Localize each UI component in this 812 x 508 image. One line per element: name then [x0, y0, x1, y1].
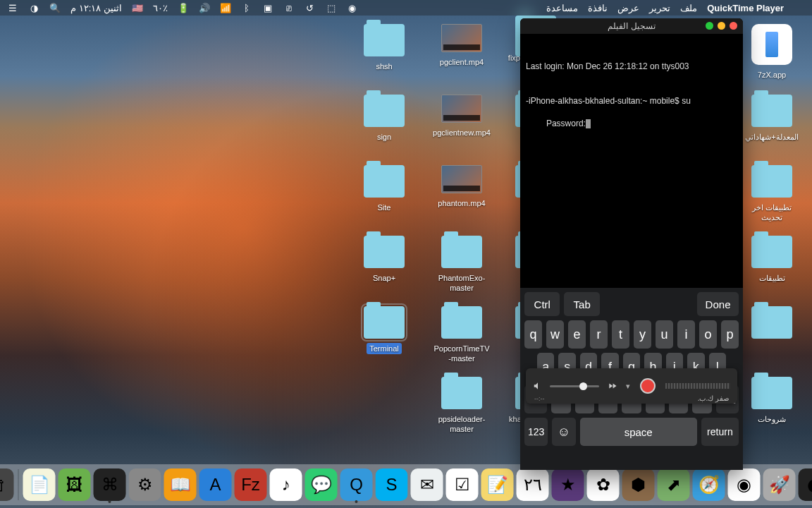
close-button[interactable]	[730, 22, 737, 30]
volume-icon[interactable]: 🔊	[199, 2, 210, 13]
desktop-item[interactable]: شروحات	[740, 377, 804, 425]
key-done[interactable]: Done	[697, 292, 739, 316]
obs-icon[interactable]: ◑	[28, 2, 39, 13]
keyboard-flag[interactable]: 🇺🇸	[132, 3, 143, 13]
key-123[interactable]: 123	[524, 418, 548, 446]
menu-window[interactable]: نافذة	[588, 3, 608, 13]
desktop-item[interactable]: PopcornTimeTV-master	[430, 306, 493, 365]
key-y[interactable]: y	[634, 320, 651, 349]
desktop-item[interactable]: Site	[352, 165, 416, 213]
apple-menu-icon[interactable]	[794, 2, 805, 13]
key-ctrl[interactable]: Ctrl	[524, 292, 560, 316]
desktop-item[interactable]: pgclientnew.mp4	[430, 95, 493, 138]
desktop-item[interactable]: المعدلة+شهاداتي	[740, 95, 804, 143]
recording-time: --:--	[534, 395, 545, 402]
dock-messages[interactable]: 💬	[305, 468, 338, 501]
desktop-item[interactable]: PhantomExo-master	[430, 236, 493, 294]
key-return[interactable]: return	[701, 418, 739, 446]
menu-file[interactable]: ملف	[680, 3, 697, 13]
desktop-item[interactable]: 7zX.app	[740, 24, 804, 80]
desktop-item[interactable]: Snap+	[352, 236, 416, 284]
desktop-item-label: PopcornTimeTV-master	[430, 343, 493, 365]
dock-siri[interactable]: ◐	[799, 468, 813, 501]
dock-photos[interactable]: ✿	[587, 468, 620, 501]
battery-icon[interactable]: 🔋	[178, 2, 189, 13]
dock-cydia[interactable]: ⬢	[622, 468, 655, 501]
dock-trash-desktop[interactable]: 🗑	[0, 468, 14, 501]
key-q[interactable]: q	[524, 320, 542, 349]
dock-mail[interactable]: ✉	[411, 468, 443, 501]
desktop-item[interactable]: تطبيقات	[740, 236, 804, 284]
key-e[interactable]: e	[568, 320, 586, 349]
dock-reminders[interactable]: ☑	[446, 468, 479, 501]
desktop-item-label: شروحات	[755, 413, 789, 425]
desktop-item-label: sign	[374, 131, 394, 143]
dock-safari[interactable]: 🧭	[693, 468, 725, 501]
terminal-output: Last login: Mon Dec 26 12:18:12 on ttys0…	[520, 34, 743, 145]
key-tab[interactable]: Tab	[564, 292, 599, 316]
bluetooth-icon[interactable]: ᛒ	[241, 2, 252, 13]
app-name[interactable]: QuickTime Player	[707, 3, 784, 13]
minimize-button[interactable]	[718, 22, 725, 30]
dock-imovie[interactable]: ★	[552, 468, 584, 501]
dock-launcher[interactable]: 🚀	[763, 468, 796, 501]
key-emoji[interactable]: ☺	[552, 418, 575, 446]
menubar: ☰ ◑ 🔍 اثنين ١٢:١٨ م 🇺🇸 ٦٠٪ 🔋 🔊 📶 ᛒ ▣ ⎚ ↺…	[0, 0, 812, 16]
desktop-item[interactable]: shsh	[352, 24, 416, 72]
chevron-down-icon[interactable]: ▾	[626, 382, 630, 391]
volume-slider[interactable]	[550, 385, 599, 387]
desktop-item[interactable]: Terminal	[352, 306, 416, 354]
desktop-item[interactable]: تطبيقات اخر تحديث	[740, 165, 804, 224]
key-p[interactable]: p	[721, 320, 739, 349]
key-o[interactable]: o	[699, 320, 717, 349]
desktop-item[interactable]: ppsideloader-master	[430, 377, 493, 435]
key-r[interactable]: r	[590, 320, 608, 349]
dock-skype[interactable]: S	[376, 468, 408, 501]
menubar-clock: اثنين ١٢:١٨ م	[70, 3, 122, 13]
dock-terminal[interactable]: ⌘	[94, 468, 126, 501]
forward-icon[interactable]	[606, 381, 619, 391]
desktop-item[interactable]: phantom.mp4	[430, 165, 493, 209]
dock-itunes[interactable]: ♪	[270, 468, 302, 501]
key-space[interactable]: space	[580, 418, 697, 446]
key-u[interactable]: u	[656, 320, 673, 349]
dock-ibooks[interactable]: 📖	[164, 468, 197, 501]
menu-view[interactable]: عرض	[617, 3, 639, 13]
hamburger-icon[interactable]: ☰	[7, 2, 18, 13]
dock-maps[interactable]: ⬈	[658, 468, 690, 501]
recording-controls[interactable]: ▾ صفر ك.ب. --:--	[526, 368, 737, 404]
window-titlebar[interactable]: تسجيل الفيلم	[520, 18, 743, 34]
desktop-item-label: تطبيقات	[756, 272, 788, 284]
dock-appstore[interactable]: A	[199, 468, 232, 501]
onscreen-keyboard: Ctrl Tab Done qwertyuiop asdfghjkl ▾ صفر…	[520, 288, 743, 470]
record-indicator-icon[interactable]: ◉	[347, 2, 358, 13]
airplay-icon[interactable]: ▣	[262, 2, 273, 13]
dock-chrome[interactable]: ◉	[728, 468, 761, 501]
movie-recording-window[interactable]: تسجيل الفيلم Last login: Mon Dec 26 12:1…	[520, 18, 743, 470]
key-t[interactable]: t	[612, 320, 629, 349]
key-i[interactable]: i	[677, 320, 695, 349]
menu-help[interactable]: مساعدة	[546, 3, 578, 13]
displays-icon[interactable]: ⎚	[283, 2, 295, 13]
dock-filezilla[interactable]: Fz	[235, 468, 267, 501]
dock-notes-stack[interactable]: 📄	[23, 468, 56, 501]
dropbox-icon[interactable]: ⬚	[326, 2, 337, 13]
volume-icon[interactable]	[533, 381, 543, 391]
key-w[interactable]: w	[546, 320, 564, 349]
desktop-item[interactable]	[740, 306, 804, 351]
desktop-item[interactable]: pgclient.mp4	[430, 24, 493, 68]
desktop-item[interactable]: sign	[352, 95, 416, 143]
dock-notes[interactable]: 📝	[481, 468, 514, 501]
dock-calendar[interactable]: ٢٦	[517, 468, 549, 501]
desktop-item-label: المعدلة+شهاداتي	[742, 131, 801, 143]
timemachine-icon[interactable]: ↺	[304, 2, 316, 13]
record-button[interactable]	[640, 378, 656, 394]
desktop-item-label: pgclient.mp4	[437, 56, 486, 68]
zoom-button[interactable]	[706, 22, 713, 30]
spotlight-icon[interactable]: 🔍	[49, 2, 61, 13]
dock-preview[interactable]: 🖼	[59, 468, 91, 501]
dock-quicktime[interactable]: Q	[340, 468, 373, 501]
dock-settings[interactable]: ⚙	[129, 468, 161, 501]
wifi-icon[interactable]: 📶	[220, 2, 231, 13]
menu-edit[interactable]: تحرير	[649, 3, 670, 13]
